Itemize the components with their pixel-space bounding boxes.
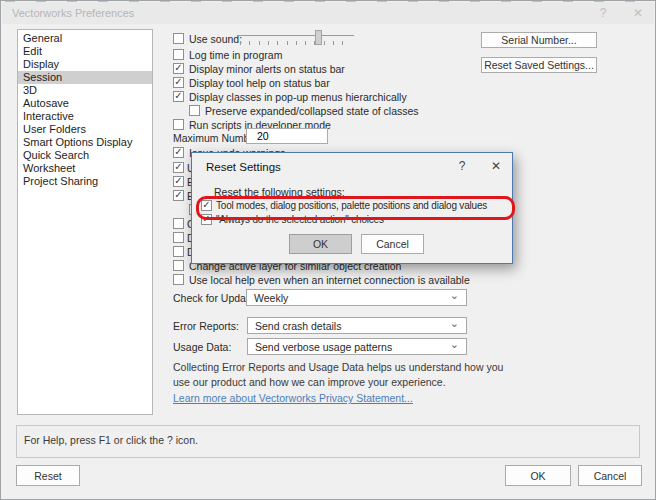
- slider-ticks: [240, 41, 352, 45]
- check-icon: ✓: [174, 176, 182, 186]
- check-icon: ✓: [174, 91, 182, 101]
- checkbox-label: Preserve expanded/collapsed state of cla…: [205, 105, 419, 117]
- status-help-text: For Help, press F1 or click the ? icon.: [24, 434, 198, 446]
- sidebar-item-worksheet[interactable]: Worksheet: [18, 162, 152, 175]
- dialog-title: Reset Settings: [206, 161, 281, 173]
- tool-help-checkbox[interactable]: ✓ Display tool help on status bar: [173, 76, 330, 89]
- checkbox-label: Use sound:: [189, 33, 242, 45]
- reset-settings-dialog: Reset Settings ? ✕ Reset the following s…: [191, 152, 513, 264]
- window-title: Vectorworks Preferences: [12, 7, 134, 19]
- checkbox-label: Display tool help on status bar: [189, 77, 330, 89]
- cancel-button[interactable]: Cancel: [578, 465, 642, 486]
- window-titlebar: Vectorworks Preferences ? ✕: [2, 2, 654, 24]
- check-icon: ✓: [174, 77, 182, 87]
- status-help-bar: For Help, press F1 or click the ? icon.: [16, 425, 640, 458]
- checkbox-icon: [173, 232, 184, 243]
- sidebar-item-general[interactable]: General: [18, 32, 152, 45]
- preferences-category-list: General Edit Display Session 3D Autosave…: [17, 29, 153, 415]
- dialog-ok-button[interactable]: OK: [289, 234, 352, 254]
- privacy-statement-link[interactable]: Learn more about Vectorworks Privacy Sta…: [173, 392, 413, 404]
- check-updates-dropdown[interactable]: Weekly ⌄: [246, 289, 467, 306]
- dropdown-value: Send crash details: [255, 320, 341, 332]
- checkbox-icon: [173, 119, 184, 130]
- reset-button[interactable]: Reset: [16, 465, 80, 486]
- dialog-close-icon[interactable]: ✕: [489, 159, 503, 173]
- checkbox-label: Display classes in pop-up menus hierarch…: [189, 91, 407, 103]
- vectorworks-preferences-window: Vectorworks Preferences ? ✕ General Edit…: [0, 0, 656, 500]
- sidebar-item-project-sharing[interactable]: Project Sharing: [18, 175, 152, 188]
- tool-modes-reset-checkbox[interactable]: ✓ Tool modes, dialog positions, palette …: [201, 200, 487, 211]
- slider-thumb[interactable]: [315, 30, 322, 45]
- sidebar-item-quick-search[interactable]: Quick Search: [18, 149, 152, 162]
- local-help-checkbox[interactable]: Use local help even when an internet con…: [173, 273, 470, 286]
- checkbox-checked-icon: ✓: [173, 77, 184, 88]
- check-icon: ✓: [202, 214, 210, 224]
- checkbox-checked-icon: ✓: [173, 162, 184, 173]
- checkbox-label: "Always do the selected action" choices: [216, 214, 384, 225]
- privacy-description: Collecting Error Reports and Usage Data …: [173, 360, 523, 389]
- dropdown-value: Weekly: [254, 292, 288, 304]
- checkbox-icon: [189, 105, 200, 116]
- window-close-icon[interactable]: ✕: [631, 6, 645, 20]
- sidebar-item-smart-options-display[interactable]: Smart Options Display: [18, 136, 152, 149]
- dialog-help-icon[interactable]: ?: [455, 159, 469, 173]
- check-icon: ✓: [174, 162, 182, 172]
- checkbox-checked-icon: ✓: [173, 63, 184, 74]
- always-do-action-reset-checkbox[interactable]: ✓ "Always do the selected action" choice…: [201, 214, 384, 225]
- checkbox-label: Use local help even when an internet con…: [189, 274, 470, 286]
- checkbox-icon: [173, 49, 184, 60]
- minor-alerts-checkbox[interactable]: ✓ Display minor alerts on status bar: [173, 62, 345, 75]
- error-reports-label: Error Reports:: [173, 320, 239, 332]
- checkbox-label: Display minor alerts on status bar: [189, 63, 345, 75]
- check-icon: ✓: [174, 63, 182, 73]
- sidebar-item-user-folders[interactable]: User Folders: [18, 123, 152, 136]
- reset-saved-settings-button[interactable]: Reset Saved Settings...: [481, 57, 597, 73]
- sidebar-item-session[interactable]: Session: [18, 71, 152, 84]
- serial-number-button[interactable]: Serial Number...: [481, 32, 597, 48]
- check-icon: ✓: [174, 147, 182, 157]
- checkbox-icon: [173, 218, 184, 229]
- checkbox-icon: [173, 246, 184, 257]
- checkbox-icon: [173, 260, 184, 271]
- dropdown-value: Send verbose usage patterns: [255, 341, 392, 353]
- chevron-down-icon: ⌄: [450, 317, 459, 330]
- ok-button[interactable]: OK: [505, 465, 571, 486]
- sidebar-item-autosave[interactable]: Autosave: [18, 97, 152, 110]
- checkbox-checked-icon: ✓: [201, 200, 212, 211]
- dialog-prompt: Reset the following settings:: [214, 186, 345, 198]
- check-icon: ✓: [202, 200, 210, 210]
- checkbox-checked-icon: ✓: [173, 190, 184, 201]
- checkbox-label: Log time in program: [189, 49, 282, 61]
- check-icon: ✓: [174, 190, 182, 200]
- use-sound-volume-slider[interactable]: [238, 29, 354, 46]
- chevron-down-icon: ⌄: [450, 289, 459, 302]
- usage-data-dropdown[interactable]: Send verbose usage patterns ⌄: [247, 338, 467, 355]
- sidebar-item-interactive[interactable]: Interactive: [18, 110, 152, 123]
- checkbox-checked-icon: ✓: [173, 176, 184, 187]
- window-help-icon[interactable]: ?: [596, 6, 610, 20]
- use-sound-checkbox[interactable]: Use sound:: [173, 32, 242, 45]
- dialog-cancel-button[interactable]: Cancel: [361, 234, 424, 254]
- checkbox-checked-icon: ✓: [201, 214, 212, 225]
- sidebar-item-display[interactable]: Display: [18, 58, 152, 71]
- checkbox-icon: [173, 33, 184, 44]
- preserve-state-checkbox[interactable]: Preserve expanded/collapsed state of cla…: [189, 104, 419, 117]
- max-undos-input[interactable]: [246, 128, 328, 144]
- error-reports-dropdown[interactable]: Send crash details ⌄: [247, 317, 467, 334]
- sidebar-item-edit[interactable]: Edit: [18, 45, 152, 58]
- chevron-down-icon: ⌄: [450, 338, 459, 351]
- slider-track: [238, 35, 354, 36]
- sidebar-item-3d[interactable]: 3D: [18, 84, 152, 97]
- usage-data-label: Usage Data:: [173, 341, 231, 353]
- checkbox-checked-icon: ✓: [173, 147, 184, 158]
- log-time-checkbox[interactable]: Log time in program: [173, 48, 282, 61]
- checkbox-checked-icon: ✓: [173, 91, 184, 102]
- classes-hierarchical-checkbox[interactable]: ✓ Display classes in pop-up menus hierar…: [173, 90, 407, 103]
- checkbox-label: Tool modes, dialog positions, palette po…: [216, 200, 487, 211]
- checkbox-icon: [173, 274, 184, 285]
